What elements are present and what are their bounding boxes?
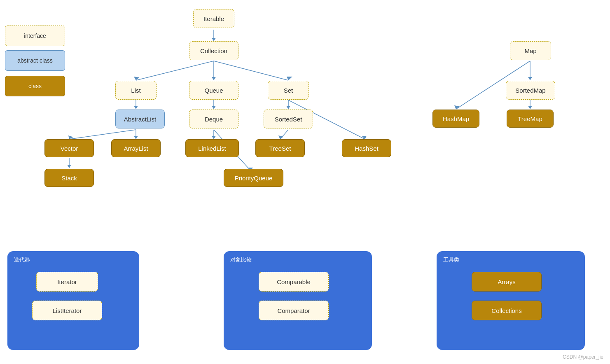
svg-marker-3 xyxy=(134,77,139,80)
node-deque: Deque xyxy=(189,110,238,128)
node-collection: Collection xyxy=(189,41,238,60)
svg-line-14 xyxy=(69,130,136,139)
legend-interface-label: interface xyxy=(24,33,46,39)
diagram-container: interface abstract class class Iterable … xyxy=(0,0,610,364)
node-map: Map xyxy=(510,41,551,60)
node-array-list: ArrayList xyxy=(111,139,161,157)
node-priority-queue: PriorityQueue xyxy=(224,169,283,187)
node-arrays: Arrays xyxy=(472,272,542,292)
legend-class-label: class xyxy=(28,83,42,89)
svg-marker-1 xyxy=(212,38,216,41)
panel-tools-title: 工具类 xyxy=(443,256,459,264)
svg-line-2 xyxy=(136,61,214,80)
node-vector: Vector xyxy=(44,139,94,157)
node-queue: Queue xyxy=(189,81,238,100)
node-abstract-list: AbstractList xyxy=(115,110,165,128)
svg-line-22 xyxy=(280,130,288,139)
svg-marker-7 xyxy=(287,77,292,80)
watermark: CSDN @paper_jie xyxy=(563,354,603,360)
panel-iterator-title: 迭代器 xyxy=(14,256,30,264)
panel-iterator: 迭代器 Iterator ListIterator xyxy=(7,251,139,350)
node-tree-map: TreeMap xyxy=(507,110,554,128)
svg-marker-9 xyxy=(134,106,138,109)
legend-abstract: abstract class xyxy=(5,50,65,71)
svg-marker-19 xyxy=(212,136,216,139)
node-collections: Collections xyxy=(472,301,542,320)
node-set: Set xyxy=(268,81,309,100)
svg-marker-33 xyxy=(528,106,532,109)
node-comparable: Comparable xyxy=(259,272,329,292)
node-tree-set: TreeSet xyxy=(255,139,305,157)
svg-marker-17 xyxy=(134,136,138,139)
svg-marker-31 xyxy=(454,105,459,109)
svg-marker-5 xyxy=(212,77,216,80)
node-comparator: Comparator xyxy=(259,301,329,320)
node-hash-map: HashMap xyxy=(432,110,479,128)
panel-tools: 工具类 Arrays Collections xyxy=(437,251,585,350)
node-hash-set: HashSet xyxy=(342,139,391,157)
svg-marker-13 xyxy=(286,106,290,109)
svg-marker-11 xyxy=(212,106,216,109)
node-sorted-set: SortedSet xyxy=(264,110,313,128)
svg-marker-23 xyxy=(278,135,283,139)
legend-interface: interface xyxy=(5,26,65,46)
svg-marker-25 xyxy=(362,136,367,139)
node-sorted-map: SortedMap xyxy=(506,81,555,100)
node-stack: Stack xyxy=(44,169,94,187)
svg-marker-15 xyxy=(68,135,73,139)
svg-marker-27 xyxy=(67,165,71,168)
svg-line-6 xyxy=(214,61,288,80)
legend-abstract-label: abstract class xyxy=(17,57,53,64)
node-linked-list: LinkedList xyxy=(185,139,239,157)
node-list: List xyxy=(115,81,157,100)
panel-compare-title: 对象比较 xyxy=(230,256,252,264)
node-list-iterator: ListIterator xyxy=(32,301,102,320)
panel-compare: 对象比较 Comparable Comparator xyxy=(224,251,372,350)
node-iterator: Iterator xyxy=(36,272,98,292)
node-iterable: Iterable xyxy=(193,9,234,28)
legend-class: class xyxy=(5,76,65,96)
svg-marker-29 xyxy=(528,77,532,80)
